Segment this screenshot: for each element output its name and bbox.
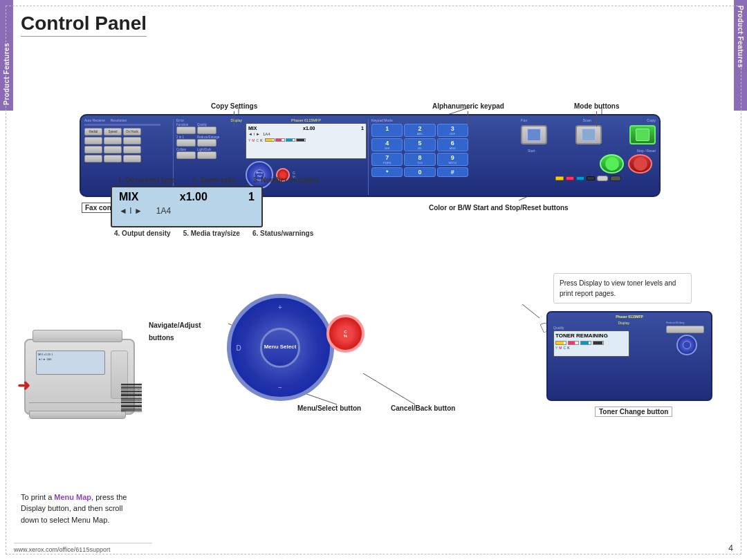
left-side-tab: Product Features <box>0 0 13 111</box>
cancel-back-callout: Cancel/Back button <box>391 401 455 413</box>
svg-line-9 <box>522 304 540 318</box>
copy-settings-callout: Copy Settings <box>211 99 257 127</box>
press-display-callout: Press Display to view toner levels and p… <box>553 273 692 304</box>
menu-select-callout: Menu/Select button <box>297 401 361 413</box>
footer-url: www.xerox.com/office/6115support <box>14 543 152 553</box>
color-bw-callout: Color or B/W Start and Stop/Reset button… <box>429 200 569 213</box>
right-side-tab: Product Features <box>734 0 747 111</box>
navigate-adjust-callout: Navigate/Adjust buttons <box>149 318 225 343</box>
display-zoom-area: 1. Document type 2. Zoom ratio 3. Number… <box>111 176 320 237</box>
bottom-text: To print a Menu Map, press theDisplay bu… <box>21 492 201 526</box>
page-title: Control Panel <box>21 12 147 37</box>
page-number: 4 <box>728 543 733 553</box>
keypad-section: Keypad Mode 1 2 ABC 3 DEF 4 GHI <box>371 118 496 196</box>
svg-line-7 <box>363 373 415 404</box>
alphanumeric-callout: Alphanumeric keypad <box>432 99 504 127</box>
toner-panel: Phaser 6115MFP Display Quality TONER REM… <box>546 311 712 401</box>
red-arrow-icon: ➜ <box>17 377 30 395</box>
printer-image-area: MIX x1.00 1 ◄ I ► 1A4 ➜ <box>17 339 142 429</box>
cancel-back-button-area[interactable]: C% <box>326 315 371 360</box>
navigate-adjust-area: + − D Menu Select <box>221 287 339 408</box>
toner-change-callout: Toner Change button <box>595 404 712 417</box>
mode-section: Fax Scan Copy Start Stop / Reset <box>521 118 656 196</box>
mode-buttons-callout: Mode buttons <box>574 99 620 127</box>
